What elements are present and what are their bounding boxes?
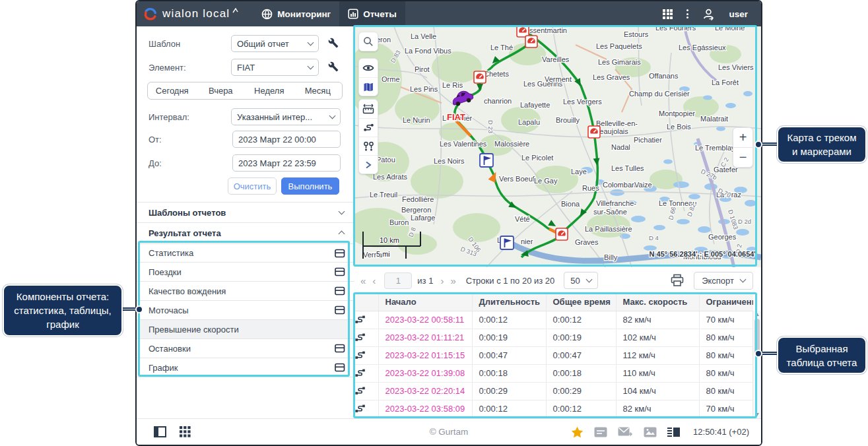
page-size-select[interactable]: 50 bbox=[564, 272, 597, 289]
chevron-right-icon bbox=[365, 161, 372, 169]
log-panel-icon[interactable] bbox=[667, 427, 680, 437]
report-item[interactable]: Остановки bbox=[137, 339, 354, 358]
map-town-label: Les Paquelets bbox=[596, 42, 642, 50]
column-header[interactable]: Общее время bbox=[546, 294, 616, 311]
last-page-button[interactable]: » bbox=[447, 275, 459, 286]
map-town-label: Le Treuil bbox=[370, 191, 397, 199]
topbar-right-group: user bbox=[663, 8, 761, 20]
nav-monitoring[interactable]: Мониторинг bbox=[253, 1, 339, 26]
export-button[interactable]: Экспорт bbox=[694, 272, 753, 290]
section-report-templates[interactable]: Шаблоны отчетов bbox=[137, 203, 354, 222]
apps-grid-icon[interactable] bbox=[663, 9, 673, 19]
map-town-label: Patou bbox=[376, 156, 395, 164]
speeding-marker[interactable] bbox=[474, 71, 486, 83]
table-body: 2023-03-22 00:58:110:00:120:00:1282 км/ч… bbox=[354, 311, 753, 418]
wialon-app-window: wialon local Мониторинг О bbox=[135, 0, 762, 446]
speeding-marker[interactable] bbox=[525, 36, 537, 48]
column-header[interactable]: Макс. скорость bbox=[616, 294, 699, 311]
table-row[interactable]: 2023-03-22 02:20:140:00:290:00:29104 км/… bbox=[354, 382, 753, 400]
export-label: Экспорт bbox=[702, 276, 734, 286]
media-icon[interactable] bbox=[644, 427, 657, 437]
notes-icon[interactable] bbox=[594, 427, 607, 437]
map-search-button[interactable] bbox=[359, 32, 378, 51]
report-item[interactable]: Превышение скорости bbox=[137, 320, 354, 339]
row-track-cell[interactable] bbox=[354, 382, 378, 400]
track-icon bbox=[354, 368, 366, 378]
app-logo[interactable]: wialon local bbox=[137, 7, 248, 21]
quick-range-button-1[interactable]: Сегодня bbox=[148, 82, 197, 99]
flag-marker[interactable] bbox=[480, 154, 493, 167]
row-track-cell[interactable] bbox=[354, 400, 378, 418]
chevron-up-icon bbox=[339, 231, 345, 238]
favorites-star-icon[interactable] bbox=[571, 426, 584, 438]
flag-marker[interactable] bbox=[500, 236, 514, 249]
to-input[interactable]: 2023 Март 22 23:59 bbox=[232, 154, 341, 172]
template-settings-wrench-icon[interactable] bbox=[328, 38, 340, 49]
report-item[interactable]: График bbox=[137, 358, 354, 377]
row-track-cell[interactable] bbox=[354, 329, 378, 346]
quick-range-button-3[interactable]: Неделя bbox=[245, 82, 294, 99]
first-page-button[interactable]: « bbox=[357, 275, 369, 286]
next-page-button[interactable]: › bbox=[437, 275, 447, 286]
column-header[interactable] bbox=[354, 294, 378, 311]
table-row[interactable]: 2023-03-22 00:58:110:00:120:00:1282 км/ч… bbox=[354, 311, 753, 329]
quick-range-button-2[interactable]: Вчера bbox=[197, 82, 246, 99]
report-item[interactable]: Статистика bbox=[137, 243, 354, 263]
map-ruler-button[interactable] bbox=[359, 100, 378, 118]
element-settings-wrench-icon[interactable] bbox=[328, 61, 340, 73]
map-town-label: Les Adrats bbox=[373, 173, 407, 181]
zoom-out-button[interactable]: − bbox=[733, 148, 752, 167]
messages-icon[interactable] bbox=[618, 427, 633, 437]
scroll-down-icon[interactable] bbox=[755, 413, 759, 416]
username-label[interactable]: user bbox=[729, 9, 748, 19]
map-layers-button[interactable] bbox=[359, 77, 378, 96]
speeding-marker[interactable] bbox=[556, 228, 568, 240]
zoom-in-button[interactable]: + bbox=[733, 128, 752, 147]
section-report-result[interactable]: Результат отчета bbox=[137, 223, 354, 243]
row-track-cell[interactable] bbox=[354, 364, 378, 382]
speeding-marker[interactable] bbox=[588, 126, 600, 138]
map-visibility-button[interactable] bbox=[359, 59, 378, 77]
cell-duration: 0:00:12 bbox=[472, 400, 546, 418]
chevron-down-icon bbox=[339, 208, 345, 215]
report-item[interactable]: Моточасы bbox=[137, 301, 354, 320]
quick-range-group: СегодняВчераНеделяМесяц bbox=[147, 82, 343, 100]
map[interactable]: olleronLa VelleLa Fond VibusPirotOrmeLes… bbox=[354, 26, 761, 267]
execute-button[interactable]: Выполнить bbox=[281, 177, 339, 195]
map-town-label: Les Fouriers bbox=[655, 26, 696, 32]
print-button[interactable] bbox=[670, 274, 684, 287]
cell-limit: 80 км/ч bbox=[699, 346, 753, 364]
column-header[interactable]: Длительность bbox=[472, 294, 546, 311]
map-markers-button[interactable] bbox=[359, 137, 378, 155]
table-row[interactable]: 2023-03-22 01:11:210:00:190:00:19102 км/… bbox=[354, 329, 753, 346]
row-track-cell[interactable] bbox=[354, 311, 378, 329]
table-row[interactable]: 2023-03-22 01:39:080:00:180:00:18110 км/… bbox=[354, 364, 753, 382]
cell-max_speed: 112 км/ч bbox=[616, 346, 699, 364]
nav-monitoring-label: Мониторинг bbox=[277, 9, 331, 19]
from-input[interactable]: 2023 Март 22 00:00 bbox=[232, 131, 341, 148]
column-header[interactable]: Начало bbox=[378, 294, 472, 311]
table-row[interactable]: 2023-03-22 03:58:090:00:120:00:1282 км/ч… bbox=[354, 400, 753, 418]
map-track-button[interactable] bbox=[359, 118, 378, 137]
user-icon[interactable] bbox=[702, 8, 715, 20]
from-label: От: bbox=[149, 135, 162, 144]
page-number-input[interactable]: 1 bbox=[384, 272, 412, 289]
report-item[interactable]: Качество вождения bbox=[137, 282, 354, 301]
interval-select[interactable]: Указанный интер... bbox=[231, 108, 341, 125]
clear-button[interactable]: Очистить bbox=[228, 177, 277, 195]
element-select[interactable]: FIAT bbox=[231, 59, 319, 76]
report-item[interactable]: Поездки bbox=[137, 263, 354, 282]
table-row[interactable]: 2023-03-22 01:15:150:00:470:00:47112 км/… bbox=[354, 346, 753, 364]
column-header[interactable]: Ограничение bbox=[699, 294, 753, 311]
map-town-label: Les Egássieux bbox=[679, 44, 726, 51]
prev-page-button[interactable]: ‹ bbox=[369, 275, 379, 286]
scroll-up-icon[interactable] bbox=[755, 313, 759, 316]
more-options-icon[interactable] bbox=[686, 9, 688, 18]
cell-total: 0:00:47 bbox=[546, 346, 616, 364]
table-scrollbar[interactable] bbox=[752, 311, 761, 418]
quick-range-button-4[interactable]: Месяц bbox=[294, 82, 343, 99]
template-select[interactable]: Общий отчет bbox=[231, 35, 319, 52]
map-tools-expand-button[interactable] bbox=[359, 155, 378, 174]
row-track-cell[interactable] bbox=[354, 346, 378, 364]
nav-reports[interactable]: Отчеты bbox=[339, 1, 405, 26]
